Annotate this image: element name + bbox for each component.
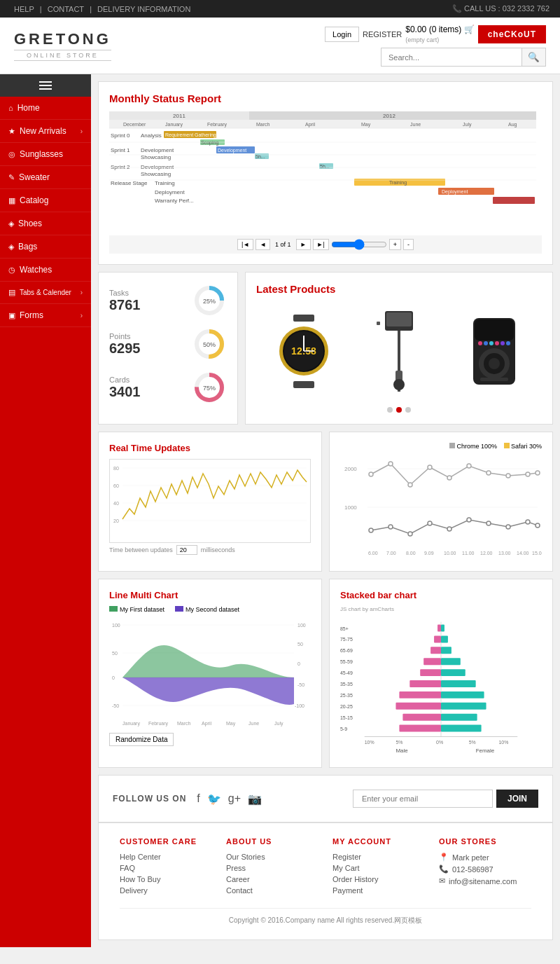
my-account-title: MY ACCOUNT [332, 837, 425, 846]
payment-link[interactable]: Payment [332, 886, 425, 895]
menu-icon-bar[interactable] [0, 74, 91, 97]
svg-text:March: March [256, 122, 270, 127]
sidebar-item-new-arrivals[interactable]: ★New Arrivals › [0, 120, 91, 143]
delivery-link[interactable]: DELIVERY INFORMATION [97, 5, 190, 13]
svg-text:February: February [207, 122, 227, 128]
svg-rect-74 [480, 378, 508, 381]
svg-point-104 [369, 528, 373, 532]
sidebar: ⌂Home ★New Arrivals › ◎Sunglasses ✎Sweat… [0, 74, 91, 947]
checkout-button[interactable]: cheCKoUT [478, 25, 546, 43]
gantt-first-btn[interactable]: |◄ [237, 239, 253, 250]
svg-text:Aug: Aug [508, 122, 517, 128]
sidebar-item-forms[interactable]: ▣Forms › [0, 304, 91, 327]
register-footer-link[interactable]: Register [332, 853, 425, 861]
dot-2[interactable] [396, 407, 402, 413]
svg-text:1000: 1000 [344, 504, 357, 511]
product-watch[interactable]: 12:58 [265, 309, 342, 393]
svg-rect-157 [430, 647, 441, 654]
register-button[interactable]: REGISTER [363, 30, 402, 39]
svg-point-79 [495, 341, 499, 345]
store-email: ✉ info@sitename.com [439, 876, 531, 886]
svg-text:11.00: 11.00 [462, 551, 475, 556]
svg-text:15-15: 15-15 [340, 715, 353, 720]
svg-text:2012: 2012 [383, 113, 396, 119]
product-dots [256, 407, 542, 413]
my-cart-link[interactable]: My Cart [332, 864, 425, 872]
svg-rect-55 [293, 315, 314, 322]
realtime-svg: 80 60 40 20 [110, 460, 310, 543]
sidebar-item-bags[interactable]: ◈Bags [0, 235, 91, 259]
shoes-icon: ◈ [8, 219, 14, 228]
press-link[interactable]: Press [226, 864, 318, 872]
facebook-icon[interactable]: f [197, 792, 200, 806]
svg-text:0: 0 [298, 661, 300, 666]
svg-text:Sprint 0: Sprint 0 [111, 132, 130, 139]
svg-point-107 [428, 521, 432, 525]
svg-point-76 [478, 341, 482, 345]
hamburger-icon[interactable] [39, 81, 52, 90]
sidebar-item-sunglasses[interactable]: ◎Sunglasses [0, 143, 91, 166]
sidebar-item-watches[interactable]: ◷Watches [0, 259, 91, 282]
email-input[interactable] [353, 790, 493, 808]
gantt-zoom-slider[interactable] [331, 239, 387, 250]
contact-link[interactable]: CONTACT [48, 5, 84, 13]
tasks-label: Tasks [109, 289, 192, 297]
logo-title: GRETONG [14, 30, 111, 48]
svg-text:2000: 2000 [344, 466, 357, 472]
login-button[interactable]: Login [325, 27, 359, 42]
dot-1[interactable] [387, 407, 393, 413]
product-selfie-stick[interactable] [360, 309, 438, 393]
svg-text:25-35: 25-35 [340, 693, 353, 698]
order-history-link[interactable]: Order History [332, 875, 425, 883]
phone-icon: 📞 [439, 865, 449, 874]
gantt-last-btn[interactable]: ►| [313, 239, 329, 250]
product-speaker[interactable] [456, 309, 533, 393]
delivery-footer-link[interactable]: Delivery [120, 886, 212, 895]
sidebar-item-shoes[interactable]: ◈Shoes [0, 212, 91, 235]
sidebar-item-tabs[interactable]: ▤Tabs & Calender › [0, 282, 91, 304]
search-button[interactable]: 🔍 [522, 48, 545, 66]
gantt-next-btn[interactable]: ► [296, 239, 311, 250]
svg-text:Female: Female [476, 748, 495, 754]
stat-points: Points 6295 50% [109, 326, 227, 362]
svg-point-78 [489, 341, 493, 345]
googleplus-icon[interactable]: g+ [228, 792, 241, 806]
instagram-icon[interactable]: 📷 [248, 792, 262, 806]
sidebar-item-home[interactable]: ⌂Home [0, 97, 91, 120]
footer-panel: CUSTOMER CARE Help Center FAQ How To Buy… [98, 822, 553, 940]
help-center-link[interactable]: Help Center [120, 853, 212, 861]
svg-text:10%: 10% [498, 740, 508, 745]
forms-icon: ▣ [8, 311, 15, 320]
gantt-zoom-out-btn[interactable]: - [403, 239, 414, 250]
twitter-icon[interactable]: 🐦 [207, 792, 221, 806]
svg-text:-100: -100 [295, 703, 304, 708]
svg-rect-159 [420, 669, 441, 676]
svg-text:85+: 85+ [340, 626, 349, 631]
svg-text:9.09: 9.09 [424, 551, 434, 556]
join-button[interactable]: JOIN [496, 790, 538, 808]
svg-point-99 [467, 464, 471, 468]
how-to-buy-link[interactable]: How To Buy [120, 875, 212, 883]
gantt-prev-btn[interactable]: ◄ [255, 239, 270, 250]
store-location: 📍 Mark peter [439, 853, 531, 862]
our-stories-link[interactable]: Our Stories [226, 853, 318, 861]
career-link[interactable]: Career [226, 875, 318, 883]
dot-3[interactable] [405, 407, 411, 413]
search-input[interactable] [382, 48, 522, 66]
contact-footer-link[interactable]: Contact [226, 886, 318, 895]
sidebar-item-sweater[interactable]: ✎Sweater [0, 166, 91, 189]
faq-link[interactable]: FAQ [120, 864, 212, 872]
svg-rect-161 [399, 691, 441, 698]
svg-point-103 [536, 471, 540, 475]
gantt-zoom-in-btn[interactable]: + [389, 239, 401, 250]
sidebar-label-sweater: Sweater [19, 172, 50, 182]
randomize-btn[interactable]: Randomize Data [109, 733, 174, 746]
cart-total: $0.00 (0 items) [405, 25, 461, 34]
sunglasses-icon: ◎ [8, 150, 15, 159]
sidebar-item-catalog[interactable]: ▦Catalog [0, 189, 91, 212]
legend-safari-pct: 30% [529, 443, 542, 450]
svg-text:40: 40 [113, 501, 119, 506]
time-input[interactable] [176, 545, 197, 555]
help-link[interactable]: HELP [14, 5, 34, 13]
svg-text:6.00: 6.00 [368, 551, 378, 556]
